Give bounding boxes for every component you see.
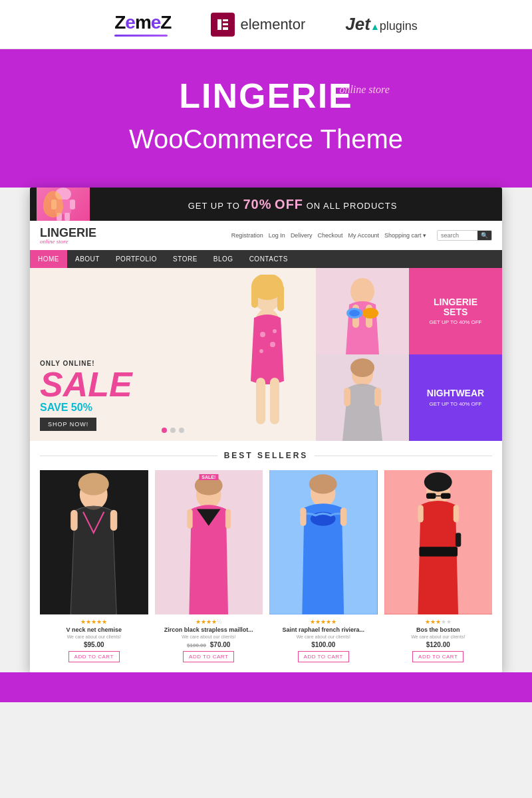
svg-rect-37 bbox=[70, 510, 77, 531]
nav-delivery[interactable]: Delivery bbox=[291, 232, 313, 239]
svg-rect-15 bbox=[256, 378, 265, 424]
product-price: $120.00 bbox=[384, 641, 493, 648]
zemes-underline bbox=[114, 35, 168, 37]
site-logo: LINGERIE online store bbox=[40, 226, 96, 245]
elementor-brand: elementor bbox=[211, 13, 305, 37]
nav-links[interactable]: Registration Log In Delivery Checkout My… bbox=[231, 230, 492, 241]
dot-3[interactable] bbox=[179, 428, 184, 433]
svg-rect-6 bbox=[51, 200, 57, 209]
product-image: SALE! bbox=[155, 470, 263, 614]
svg-point-46 bbox=[309, 474, 337, 493]
hero-shop-button[interactable]: SHOP NOW! bbox=[40, 418, 96, 431]
nav-home[interactable]: HOME bbox=[30, 250, 67, 268]
nav-about[interactable]: ABOUT bbox=[67, 250, 108, 268]
svg-point-55 bbox=[424, 472, 452, 491]
sale-badge: SALE! bbox=[199, 474, 218, 480]
best-sellers-title: BEST SELLERS bbox=[40, 451, 492, 460]
elementor-text: elementor bbox=[240, 16, 305, 33]
jet-plugins-brand: Jet▲plugins bbox=[345, 14, 417, 35]
svg-rect-32 bbox=[344, 388, 350, 406]
svg-rect-13 bbox=[277, 285, 284, 311]
product-tagline: We care about our clients! bbox=[155, 634, 263, 639]
search-input[interactable] bbox=[438, 231, 477, 240]
hero-logo-main: LINGERIE bbox=[179, 76, 353, 115]
product-stars: ★★★★★ bbox=[384, 618, 493, 625]
svg-point-20 bbox=[273, 329, 277, 333]
svg-point-4 bbox=[55, 188, 71, 201]
zemes-brand: ZemeZ bbox=[114, 12, 171, 37]
product-price: $100.00 bbox=[269, 641, 378, 648]
product-tagline: We care about our clients! bbox=[40, 634, 148, 639]
promo-banner-image bbox=[37, 188, 90, 221]
svg-point-19 bbox=[259, 349, 263, 353]
product-stars: ★★★★★ bbox=[40, 618, 148, 625]
promo-banner: GET UP TO 70% OFF ON ALL PRODUCTS bbox=[30, 188, 502, 221]
nav-blog[interactable]: BLOG bbox=[205, 250, 241, 268]
hero-subtitle: WooCommerce Theme bbox=[13, 124, 519, 154]
hero-grid-lingerie-photo bbox=[316, 268, 409, 354]
product-name: Bos the boston bbox=[384, 626, 493, 633]
promo-prefix: GET UP TO bbox=[188, 201, 240, 211]
product-tagline: We care about our clients! bbox=[269, 634, 378, 639]
search-bar[interactable]: 🔍 bbox=[437, 230, 492, 241]
search-button[interactable]: 🔍 bbox=[477, 231, 491, 240]
nightwear-sub: GET UP TO 40% OFF bbox=[430, 401, 482, 407]
hero-grid: ONLY ONLINE! SALE SAVE 50% SHOP NOW! bbox=[30, 268, 502, 441]
site-header: LINGERIE online store Registration Log I… bbox=[30, 221, 502, 250]
promo-suffix: ON ALL PRODUCTS bbox=[307, 201, 398, 211]
promo-text: GET UP TO 70% OFF ON ALL PRODUCTS bbox=[90, 197, 495, 212]
svg-rect-3 bbox=[223, 27, 228, 30]
add-to-cart-button[interactable]: Add to cart bbox=[183, 651, 234, 662]
svg-rect-48 bbox=[300, 508, 306, 526]
hero-main-banner: ONLY ONLINE! SALE SAVE 50% SHOP NOW! bbox=[30, 268, 316, 441]
product-card: ★★★★★ V neck net chemise We care about o… bbox=[40, 470, 148, 662]
svg-rect-42 bbox=[187, 509, 192, 529]
svg-rect-16 bbox=[270, 378, 279, 424]
promo-off: OFF bbox=[275, 197, 303, 211]
nav-checkout[interactable]: Checkout bbox=[317, 232, 342, 239]
svg-rect-1 bbox=[223, 19, 228, 21]
hero-logo-container: LINGERIE online store bbox=[179, 76, 353, 116]
product-name: V neck net chemise bbox=[40, 626, 148, 633]
svg-rect-38 bbox=[110, 510, 117, 531]
svg-rect-56 bbox=[419, 547, 458, 557]
old-price: $100.00 bbox=[187, 642, 206, 648]
hero-grid-nightwear-photo bbox=[316, 354, 409, 441]
nav-registration[interactable]: Registration bbox=[231, 232, 263, 239]
nav-store[interactable]: STORE bbox=[165, 250, 205, 268]
nav-shopping-cart[interactable]: Shopping cart ▾ bbox=[384, 232, 426, 239]
product-stars: ★★★★★ bbox=[269, 618, 378, 625]
nav-contacts[interactable]: CONTACTS bbox=[241, 250, 296, 268]
bottom-bar bbox=[0, 672, 532, 702]
best-sellers-section: BEST SELLERS bbox=[30, 441, 502, 672]
product-card: ★★★★★ Bos the boston We care about our c… bbox=[384, 470, 493, 662]
svg-rect-12 bbox=[251, 285, 258, 308]
svg-rect-0 bbox=[217, 19, 221, 30]
products-grid: ★★★★★ V neck net chemise We care about o… bbox=[40, 470, 492, 662]
dot-2[interactable] bbox=[170, 428, 176, 433]
dot-1[interactable] bbox=[162, 428, 167, 433]
add-to-cart-button[interactable]: Add to cart bbox=[68, 651, 120, 662]
product-name: Saint raphael french riviera... bbox=[269, 626, 378, 633]
hero-sale-text: SALE bbox=[40, 367, 132, 402]
product-tagline: We care about our clients! bbox=[384, 634, 493, 639]
svg-rect-7 bbox=[70, 200, 75, 209]
nav-my-account[interactable]: My Account bbox=[348, 232, 379, 239]
main-navigation[interactable]: HOME ABOUT PORTFOLIO STORE BLOG CONTACTS bbox=[30, 250, 502, 268]
hero-grid-lingerie-sets: LINGERIESETS GET UP TO 40% OFF bbox=[409, 268, 502, 354]
product-name: Zircon black strapless maillot... bbox=[155, 626, 263, 633]
product-stars: ★★★★½ bbox=[155, 618, 263, 625]
svg-point-36 bbox=[78, 473, 109, 495]
svg-point-18 bbox=[270, 342, 275, 347]
svg-rect-52 bbox=[426, 493, 436, 499]
svg-rect-8 bbox=[57, 213, 62, 221]
product-card: ★★★★★ Saint raphael french riviera... We… bbox=[269, 470, 378, 662]
nav-portfolio[interactable]: PORTFOLIO bbox=[108, 250, 165, 268]
product-price: $100.00 $70.00 bbox=[155, 641, 263, 648]
website-preview: GET UP TO 70% OFF ON ALL PRODUCTS LINGER… bbox=[30, 188, 502, 672]
hero-logo-script: online store bbox=[339, 84, 389, 96]
add-to-cart-button[interactable]: Add to cart bbox=[298, 651, 349, 662]
nav-login[interactable]: Log In bbox=[269, 232, 285, 239]
svg-rect-57 bbox=[418, 505, 423, 522]
add-to-cart-button[interactable]: Add to cart bbox=[412, 651, 464, 662]
